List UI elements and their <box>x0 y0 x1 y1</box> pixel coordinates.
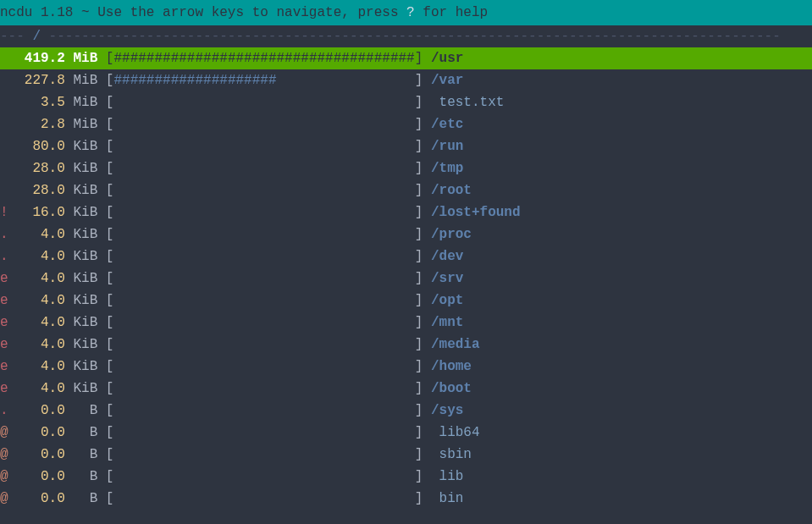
row-flag: . <box>0 400 8 422</box>
row-flag <box>0 91 8 113</box>
list-item[interactable]: e 4.0 KiB [ ] /opt <box>0 290 812 312</box>
row-name: /mnt <box>431 315 463 330</box>
list-item[interactable]: . 0.0 B [ ] /sys <box>0 400 812 422</box>
size-bar: #################### <box>113 73 414 88</box>
bracket-open: [ <box>106 271 114 286</box>
list-item[interactable]: e 4.0 KiB [ ] /boot <box>0 378 812 400</box>
row-name: /dev <box>431 249 463 264</box>
row-flag <box>0 135 8 157</box>
size-bar <box>113 227 414 242</box>
row-flag <box>0 157 8 179</box>
row-unit: KiB <box>73 337 97 352</box>
bracket-open: [ <box>106 491 114 506</box>
list-item[interactable]: e 4.0 KiB [ ] /srv <box>0 268 812 290</box>
list-item[interactable]: e 4.0 KiB [ ] /mnt <box>0 312 812 334</box>
row-flag <box>0 69 8 91</box>
bracket-close: ] <box>415 227 423 242</box>
bracket-open: [ <box>106 403 114 418</box>
list-item[interactable]: . 4.0 KiB [ ] /dev <box>0 245 812 268</box>
size-bar <box>113 381 414 396</box>
list-item[interactable]: 80.0 KiB [ ] /run <box>0 135 812 157</box>
bracket-close: ] <box>415 95 423 110</box>
size-bar <box>113 491 414 506</box>
bracket-open: [ <box>106 315 114 330</box>
bracket-open: [ <box>106 205 114 220</box>
row-name: /media <box>431 337 480 352</box>
row-name: /etc <box>431 117 463 132</box>
file-list[interactable]: 419.2 MiB [#############################… <box>0 47 812 510</box>
row-name: /proc <box>431 227 472 242</box>
row-size: 0.0 <box>8 425 65 440</box>
list-item[interactable]: 3.5 MiB [ ] test.txt <box>0 91 812 113</box>
size-bar <box>113 205 414 220</box>
header-text: ncdu 1.18 ~ Use the arrow keys to naviga… <box>0 5 406 20</box>
row-name: lib <box>431 469 463 484</box>
bracket-close: ] <box>415 271 423 286</box>
row-flag: e <box>0 378 8 400</box>
bracket-close: ] <box>415 447 423 462</box>
list-item[interactable]: e 4.0 KiB [ ] /media <box>0 334 812 356</box>
row-name: /tmp <box>431 161 463 176</box>
bracket-open: [ <box>106 447 114 462</box>
row-size: 16.0 <box>8 205 65 220</box>
list-item[interactable]: 28.0 KiB [ ] /root <box>0 179 812 201</box>
size-bar: ##################################### <box>113 51 414 66</box>
row-unit: B <box>73 403 97 418</box>
list-item[interactable]: e 4.0 KiB [ ] /home <box>0 356 812 378</box>
row-name: /home <box>431 359 472 374</box>
list-item[interactable]: ! 16.0 KiB [ ] /lost+found <box>0 201 812 223</box>
bracket-close: ] <box>415 73 423 88</box>
row-size: 4.0 <box>8 381 65 396</box>
row-size: 4.0 <box>8 271 65 286</box>
row-name: lib64 <box>431 425 480 440</box>
list-item[interactable]: @ 0.0 B [ ] lib <box>0 466 812 488</box>
list-item[interactable]: @ 0.0 B [ ] bin <box>0 488 812 510</box>
row-name: sbin <box>431 447 472 462</box>
list-item[interactable]: 28.0 KiB [ ] /tmp <box>0 157 812 179</box>
list-item[interactable]: 227.8 MiB [#################### ] /var <box>0 69 812 91</box>
breadcrumb-path: / <box>32 29 41 44</box>
size-bar <box>113 139 414 154</box>
row-name: bin <box>431 491 463 506</box>
bracket-open: [ <box>106 139 114 154</box>
breadcrumb-dashes-left: --- <box>0 29 32 44</box>
bracket-open: [ <box>106 227 114 242</box>
bracket-open: [ <box>106 337 114 352</box>
row-flag: e <box>0 334 8 356</box>
bracket-open: [ <box>106 183 114 198</box>
row-flag: @ <box>0 488 8 510</box>
row-size: 3.5 <box>8 95 65 110</box>
help-key: ? <box>406 5 415 20</box>
bracket-close: ] <box>415 117 423 132</box>
size-bar <box>113 183 414 198</box>
bracket-open: [ <box>106 381 114 396</box>
row-unit: KiB <box>73 227 97 242</box>
row-unit: KiB <box>73 293 97 308</box>
row-flag <box>0 47 8 69</box>
row-unit: KiB <box>73 161 97 176</box>
list-item[interactable]: 419.2 MiB [#############################… <box>0 47 812 69</box>
bracket-open: [ <box>106 117 114 132</box>
row-size: 4.0 <box>8 227 65 242</box>
bracket-open: [ <box>106 73 114 88</box>
header-suffix: for help <box>415 5 488 20</box>
list-item[interactable]: @ 0.0 B [ ] sbin <box>0 444 812 466</box>
list-item[interactable]: . 4.0 KiB [ ] /proc <box>0 223 812 245</box>
row-unit: KiB <box>73 139 97 154</box>
size-bar <box>113 469 414 484</box>
row-flag <box>0 113 8 135</box>
row-flag: . <box>0 245 8 268</box>
size-bar <box>113 403 414 418</box>
list-item[interactable]: 2.8 MiB [ ] /etc <box>0 113 812 135</box>
row-unit: B <box>73 447 97 462</box>
row-flag: @ <box>0 422 8 444</box>
row-name: test.txt <box>431 95 504 110</box>
bracket-close: ] <box>415 183 423 198</box>
row-flag <box>0 179 8 201</box>
size-bar <box>113 447 414 462</box>
bracket-open: [ <box>106 161 114 176</box>
row-name: /sys <box>431 403 463 418</box>
bracket-close: ] <box>415 293 423 308</box>
bracket-open: [ <box>106 249 114 264</box>
list-item[interactable]: @ 0.0 B [ ] lib64 <box>0 422 812 444</box>
